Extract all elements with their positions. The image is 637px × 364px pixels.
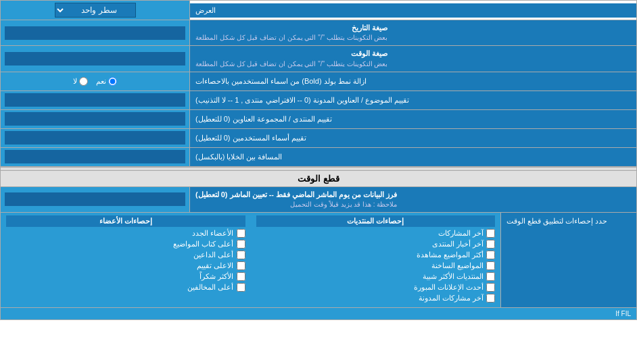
stat-members-4: الأكثر شكراً [6,272,245,281]
stat-members-0-check[interactable] [237,229,245,238]
display-label: العرض [190,3,636,18]
time-main-label: فرز البيانات من يوم الماشر الماضي فقط --… [190,187,636,212]
stat-forums-1: آخر أخبار المنتدى [256,240,496,249]
stat-forums-2-check[interactable] [486,251,495,259]
time-main-input-area: 0 [1,187,190,212]
bold-yes-radio[interactable] [108,77,117,86]
display-select-area: سطر واحد [1,1,190,20]
time-main-row: فرز البيانات من يوم الماشر الماضي فقط --… [1,187,636,213]
cell-distance-input[interactable]: 2 [5,150,185,163]
stats-col-forums-header: إحصاءات المنتديات [256,215,496,227]
stat-members-5: أعلى المخالفين [6,283,245,292]
stat-members-2-check[interactable] [237,251,245,259]
stat-forums-6-check[interactable] [486,294,495,303]
users-align-input[interactable]: 0 [5,131,185,145]
forum-align-input-area: 33 [1,110,190,128]
stat-forums-1-check[interactable] [486,240,495,249]
forum-subject-label: تقييم الموضوع / العناوين المدونة (0 -- ا… [190,91,636,109]
stat-members-1: أعلى كتاب المواضيع [6,240,245,249]
stat-forums-5: أحدث الإعلانات المبورة [256,283,496,292]
stat-forums-3: المواضيع الساخنة [256,261,496,270]
time-main-input[interactable]: 0 [5,192,185,206]
stat-members-2: أعلى الداعين [6,251,245,259]
stat-members-5-check[interactable] [237,283,245,292]
time-format-input[interactable]: H:i [5,52,185,66]
time-format-label: صيغة الوقت بعض التكوينات يتطلب "/" التي … [190,46,636,71]
forum-align-input[interactable]: 33 [5,112,185,126]
stats-columns: إحصاءات المنتديات آخر المشاركات آخر أخبا… [1,213,501,307]
stat-forums-0-check[interactable] [486,229,495,238]
main-container: العرض سطر واحد صيغة التاريخ بعض التكوينا… [0,0,637,320]
stat-members-3: الاعلى تقييم [6,261,245,270]
cell-distance-row: المسافة بين الخلايا (بالبكسل) 2 [1,148,636,167]
cell-distance-input-area: 2 [1,148,190,166]
stat-forums-6: آخر مشاركات المدونة [256,294,496,303]
stats-col-members-header: إحصاءات الأعضاء [6,215,245,227]
stats-col-forums: إحصاءات المنتديات آخر المشاركات آخر أخبا… [251,213,502,307]
stat-forums-4: المنتديات الأكثر شبية [256,272,496,281]
bold-remove-label: ازالة نمط بولد (Bold) من اسماء المستخدمي… [190,72,636,90]
forum-subject-input[interactable]: 33 [5,93,185,107]
stat-members-4-check[interactable] [237,272,245,281]
time-section-header: قطع الوقت [1,171,636,187]
bold-remove-radio-area: نعم لا [1,72,190,90]
users-align-input-area: 0 [1,129,190,147]
bold-no-radio[interactable] [79,77,88,86]
date-format-row: صيغة التاريخ بعض التكوينات يتطلب "/" الت… [1,20,636,46]
stat-forums-5-check[interactable] [486,283,495,292]
cell-distance-label: المسافة بين الخلايا (بالبكسل) [190,148,636,166]
date-format-input-area: d-m [1,20,190,45]
bold-yes-label[interactable]: نعم [96,77,117,86]
forum-subject-row: تقييم الموضوع / العناوين المدونة (0 -- ا… [1,91,636,110]
stats-section: حدد إحصاءات لتطبيق قطع الوقت إحصاءات الم… [1,213,636,308]
stat-forums-2: أكثر المواضيع مشاهدة [256,251,496,259]
bottom-note: If FIL [1,308,636,319]
stat-forums-3-check[interactable] [486,261,495,270]
stats-col-members: إحصاءات الأعضاء الأعضاء الجدد أعلى كتاب … [1,213,251,307]
date-format-input[interactable]: d-m [5,26,185,40]
forum-align-label: تقييم المنتدى / المجموعة العناوين (0 للت… [190,110,636,128]
stats-apply-label: حدد إحصاءات لتطبيق قطع الوقت [501,213,636,307]
display-select[interactable]: سطر واحد [55,3,136,18]
users-align-label: تقييم أسماء المستخدمين (0 للتعطيل) [190,129,636,147]
display-row: العرض سطر واحد [1,1,636,20]
bold-remove-row: ازالة نمط بولد (Bold) من اسماء المستخدمي… [1,72,636,91]
stat-members-1-check[interactable] [237,240,245,249]
stat-forums-4-check[interactable] [486,272,495,281]
stat-members-0: الأعضاء الجدد [6,229,245,238]
stat-forums-0: آخر المشاركات [256,229,496,238]
bold-no-label[interactable]: لا [73,77,88,86]
users-align-row: تقييم أسماء المستخدمين (0 للتعطيل) 0 [1,129,636,148]
date-format-label: صيغة التاريخ بعض التكوينات يتطلب "/" الت… [190,20,636,45]
forum-align-row: تقييم المنتدى / المجموعة العناوين (0 للت… [1,110,636,129]
time-format-input-area: H:i [1,46,190,71]
forum-subject-input-area: 33 [1,91,190,109]
time-format-row: صيغة الوقت بعض التكوينات يتطلب "/" التي … [1,46,636,72]
stat-members-3-check[interactable] [237,261,245,270]
